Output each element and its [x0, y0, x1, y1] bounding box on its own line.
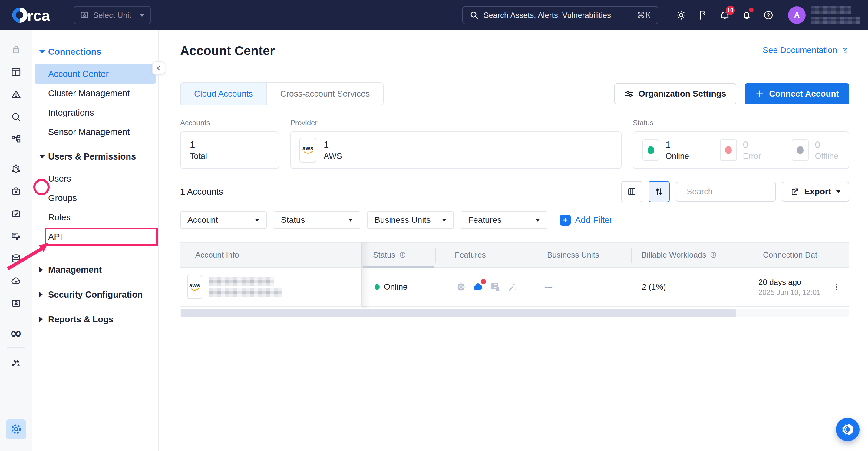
devops-infinity-icon[interactable]: ∞ — [10, 327, 22, 339]
notifications-bell-icon[interactable] — [741, 9, 752, 21]
organization-settings-button[interactable]: Organization Settings — [614, 83, 736, 104]
row-menu-button[interactable] — [824, 267, 849, 306]
chevron-down-icon — [836, 190, 841, 193]
global-search[interactable]: ⌘K — [462, 6, 658, 24]
col-features[interactable]: Features — [435, 243, 538, 267]
table-top-scrollbar[interactable] — [363, 266, 434, 268]
col-connection-date[interactable]: Connection Dat — [751, 243, 824, 267]
filter-account-dropdown[interactable]: Account — [180, 211, 267, 229]
tab-cloud-accounts[interactable]: Cloud Accounts — [181, 83, 267, 105]
tab-cross-account-services[interactable]: Cross-account Services — [267, 83, 383, 105]
export-button[interactable]: Export — [782, 182, 849, 202]
table-row[interactable]: aws Online — [180, 267, 849, 307]
sort-button[interactable] — [649, 181, 670, 202]
help-icon[interactable]: ? — [763, 9, 774, 21]
section-expand-caret-icon[interactable] — [39, 50, 45, 54]
offline-dot-icon — [792, 139, 809, 161]
scrollbar-thumb[interactable] — [181, 309, 736, 317]
dashboard-icon[interactable] — [10, 67, 22, 77]
col-status[interactable]: Status — [362, 243, 435, 267]
sidebar-item-groups[interactable]: Groups — [34, 188, 156, 207]
sidebar-item-cluster-management[interactable]: Cluster Management — [34, 84, 156, 103]
col-business-units[interactable]: Business Units — [538, 243, 631, 267]
global-search-input[interactable] — [484, 10, 632, 20]
filter-business-units-dropdown[interactable]: Business Units — [367, 211, 454, 229]
sidebar-section-management[interactable]: Management — [32, 257, 158, 282]
sidebar-item-users[interactable]: Users — [34, 169, 156, 188]
connect-account-button[interactable]: Connect Account — [745, 83, 849, 104]
add-filter-button[interactable]: Add Filter — [560, 215, 613, 226]
cloud-sync-icon[interactable] — [10, 276, 22, 286]
user-org-line — [811, 17, 860, 24]
status-online: 1 Online — [643, 139, 689, 161]
sidebar-section-security-configuration[interactable]: Security Configuration — [32, 282, 158, 307]
table-search[interactable] — [676, 182, 776, 202]
icon-rail: ∞ — [0, 30, 32, 451]
lock-icon[interactable] — [10, 44, 22, 55]
col-account-info[interactable]: Account Info — [180, 243, 362, 267]
kubernetes-helm-icon[interactable] — [455, 281, 467, 293]
assistant-fab-button[interactable] — [836, 418, 860, 441]
filter-features-dropdown[interactable]: Features — [461, 211, 547, 229]
select-unit-dropdown[interactable]: Select Unit — [74, 6, 151, 24]
aws-provider-logo: aws — [300, 138, 316, 163]
accounts-total-label: Total — [190, 152, 207, 161]
asset-tree-icon[interactable] — [10, 134, 22, 145]
user-name-line — [811, 6, 851, 14]
sidebar-section-users-permissions[interactable]: Users & Permissions — [32, 148, 158, 165]
data-security-feature-icon[interactable] — [489, 281, 501, 293]
sidebar-item-integrations[interactable]: Integrations — [34, 103, 156, 122]
filter-status-dropdown[interactable]: Status — [274, 211, 360, 229]
section-expand-caret-icon[interactable] — [39, 155, 45, 158]
alerts-triangle-icon[interactable] — [10, 89, 22, 100]
flag-icon[interactable] — [697, 9, 709, 21]
sidebar-section-connections[interactable]: Connections — [32, 43, 158, 60]
sidebar-section-reports-logs[interactable]: Reports & Logs — [32, 307, 158, 332]
business-units-cell: --- — [538, 267, 631, 306]
sidebar-item-roles[interactable]: Roles — [34, 207, 156, 227]
theme-sun-icon[interactable] — [676, 9, 687, 21]
ai-wand-feature-icon[interactable] — [506, 281, 518, 293]
cloud-feature-icon[interactable] — [472, 281, 484, 293]
see-documentation-link[interactable]: See Documentation — [763, 45, 849, 55]
sidebar-collapse-button[interactable] — [152, 61, 165, 75]
connection-date-cell: 20 days ago 2025 Jun 10, 12:01 — [751, 267, 824, 306]
section-collapsed-caret-icon[interactable] — [39, 316, 43, 322]
sidebar-item-api[interactable]: API — [34, 227, 156, 247]
section-collapsed-caret-icon[interactable] — [39, 267, 43, 273]
search-nav-icon[interactable] — [10, 111, 22, 122]
export-icon — [790, 187, 799, 196]
identity-card-icon[interactable] — [10, 298, 22, 309]
orca-logo[interactable]: rca — [12, 6, 62, 24]
error-dot-icon — [720, 139, 737, 161]
col-billable-workloads[interactable]: Billable Workloads — [631, 243, 751, 267]
kebab-menu-icon — [832, 282, 841, 291]
section-collapsed-caret-icon[interactable] — [39, 291, 43, 297]
account-type-tabs: Cloud Accounts Cross-account Services — [180, 82, 383, 105]
rail-divider — [7, 318, 25, 318]
remediation-route-icon[interactable] — [10, 357, 22, 368]
sidebar-item-sensor-management[interactable]: Sensor Management — [34, 122, 156, 142]
vendor-briefcase-icon[interactable] — [10, 186, 22, 197]
database-icon[interactable] — [10, 253, 22, 264]
status-error: 0 Error — [720, 139, 761, 161]
rail-divider — [7, 154, 25, 154]
attack-path-icon[interactable] — [10, 163, 22, 174]
topbar-actions: 10 ? — [676, 9, 774, 21]
topbar: rca Select Unit ⌘K — [0, 0, 868, 30]
settings-gear-icon[interactable] — [6, 419, 26, 440]
columns-button[interactable] — [621, 181, 643, 202]
table-search-input[interactable] — [687, 187, 794, 196]
header-divider — [159, 70, 868, 70]
user-menu[interactable]: A — [788, 6, 860, 24]
rail-divider — [7, 348, 25, 348]
status-cell: Online — [362, 267, 435, 306]
table-horizontal-scrollbar — [180, 309, 849, 317]
sidebar-item-account-center[interactable]: Account Center — [34, 64, 156, 84]
compliance-clipboard-icon[interactable] — [10, 208, 22, 219]
announcements-bell-icon[interactable]: 10 — [719, 9, 731, 21]
status-summary: Status 1 Online 0 Error — [633, 119, 849, 169]
aws-account-logo: aws — [187, 275, 202, 299]
policy-list-icon[interactable] — [10, 231, 22, 241]
plus-icon — [560, 215, 571, 226]
